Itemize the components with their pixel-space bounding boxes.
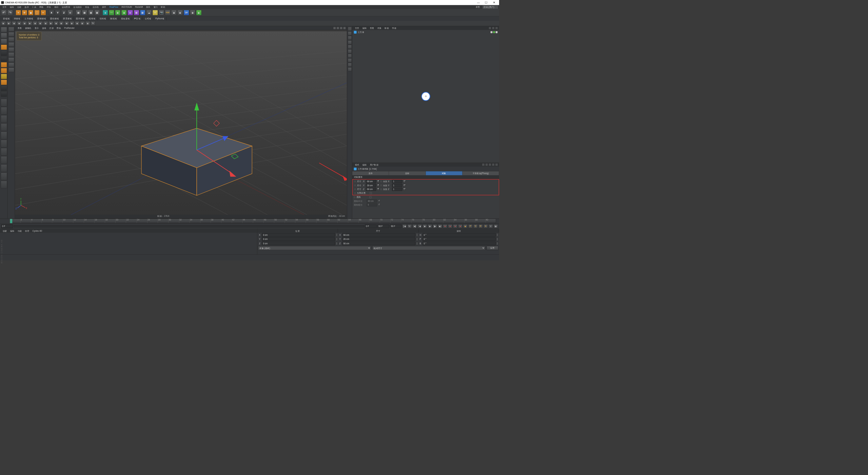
field-sphere[interactable]: 球体域: [12, 17, 22, 20]
t3-18[interactable]: fx: [91, 21, 95, 25]
material-manager[interactable]: 创建 编辑 功能 纹理 Cycles 4D: [0, 229, 257, 254]
lp-tex11[interactable]: [1, 180, 7, 188]
t3-5[interactable]: ◉: [22, 21, 27, 25]
tl-opt2[interactable]: ▦: [494, 224, 498, 228]
render-view[interactable]: ▦: [76, 10, 81, 15]
apply-button[interactable]: 应用: [487, 246, 498, 250]
spinner-seg-y[interactable]: ▴▾: [403, 184, 406, 187]
vpm-camera[interactable]: 摄像机: [23, 26, 33, 30]
menu-pipeline[interactable]: 流水线: [91, 5, 100, 9]
anim-dot-segx[interactable]: [380, 180, 382, 182]
menu-character[interactable]: 角色: [83, 5, 91, 9]
field-radial[interactable]: 径向域: [98, 17, 108, 20]
vpm-view[interactable]: 查看: [16, 26, 23, 30]
menu-script[interactable]: 脚本: [144, 5, 152, 9]
add-generator[interactable]: ◉: [115, 10, 120, 15]
input-size-z[interactable]: [366, 188, 376, 191]
frame-total-input[interactable]: [390, 225, 402, 228]
object-manager[interactable]: 立方体 ✦: [352, 30, 499, 163]
field-group[interactable]: 群组域: [1, 17, 12, 20]
t3-10[interactable]: ◉: [48, 21, 53, 25]
x-axis-lock[interactable]: X: [49, 10, 54, 15]
add-light[interactable]: ☀: [153, 10, 158, 15]
menu-create[interactable]: 创建: [16, 5, 23, 9]
lp-tex10[interactable]: [1, 172, 7, 180]
t3-17[interactable]: ◉: [85, 21, 90, 25]
size-x[interactable]: [342, 233, 415, 236]
mode-select[interactable]: [8, 32, 14, 37]
pos-z[interactable]: [262, 242, 335, 245]
menu-help[interactable]: 帮助: [159, 5, 167, 9]
mm-function[interactable]: 功能: [16, 229, 23, 233]
object-row-cube[interactable]: 立方体: [352, 30, 499, 34]
lp-8[interactable]: [1, 74, 7, 79]
rvp-7[interactable]: [348, 54, 352, 58]
coord-mode-dropdown[interactable]: 对象 (相对): [258, 246, 371, 250]
viewport-3d[interactable]: Y X Z Number of emitters: 0 Total live p…: [15, 30, 347, 218]
layout-dropdown[interactable]: 启动 (用户): [482, 5, 498, 9]
om-object[interactable]: 对象: [376, 26, 383, 30]
spn-rh[interactable]: [496, 233, 498, 236]
lp-3[interactable]: [1, 44, 7, 50]
rvp-8[interactable]: [348, 58, 352, 62]
input-size-x[interactable]: [366, 180, 376, 183]
field-random[interactable]: 随机域: [108, 17, 119, 20]
mode-e[interactable]: [8, 62, 14, 67]
spn-sx[interactable]: [416, 233, 418, 236]
om-edit[interactable]: 编辑: [361, 26, 368, 30]
render-pv[interactable]: ▦: [88, 10, 94, 15]
lp-1[interactable]: [1, 33, 7, 38]
mm-edit[interactable]: 编辑: [8, 229, 16, 233]
timeline-playhead[interactable]: [10, 219, 12, 223]
tool-a[interactable]: ◉: [171, 10, 177, 15]
rvp-2[interactable]: [348, 32, 352, 36]
add-environment[interactable]: ☁: [146, 10, 152, 15]
pos-y[interactable]: [262, 238, 335, 241]
om-tags[interactable]: 标签: [383, 26, 391, 30]
spn-rp[interactable]: [496, 238, 498, 241]
menu-mesh[interactable]: 网格: [38, 5, 45, 9]
menu-redshift[interactable]: Redshift: [134, 5, 144, 8]
t3-13[interactable]: ◉: [64, 21, 69, 25]
menu-volume[interactable]: 体积: [53, 5, 60, 9]
keyframe-sel-button[interactable]: ◆: [463, 224, 468, 228]
om-file[interactable]: 文件: [353, 26, 361, 30]
key-pos-button[interactable]: ●: [453, 224, 457, 228]
spinner-size-y[interactable]: ▴▾: [377, 184, 379, 187]
field-cube[interactable]: 立方体域: [23, 17, 35, 20]
add-array[interactable]: ▦: [134, 10, 139, 15]
am-edit[interactable]: 编辑: [361, 163, 368, 167]
t3-11[interactable]: ◉: [54, 21, 59, 25]
spinner-size-x[interactable]: ▴▾: [377, 180, 379, 183]
lp-10[interactable]: [1, 86, 7, 91]
size-mode-dropdown[interactable]: 绝对尺寸: [372, 246, 485, 250]
field-linear[interactable]: 线性域: [87, 17, 97, 20]
tool-qr[interactable]: QR: [184, 10, 189, 15]
add-cube[interactable]: ◈: [102, 10, 108, 15]
menu-tracking[interactable]: 运动跟踪: [72, 5, 84, 9]
spn-pz[interactable]: [336, 242, 338, 245]
field-torus[interactable]: 圆环体域: [74, 17, 87, 20]
key-rot-button[interactable]: ●: [458, 224, 462, 228]
goto-start-button[interactable]: |◀: [402, 224, 407, 228]
rot-p[interactable]: [423, 238, 496, 241]
add-spline[interactable]: 〰: [109, 10, 114, 15]
t3-7[interactable]: ◉: [33, 21, 38, 25]
undo-button[interactable]: ↶: [1, 10, 6, 15]
vpm-display[interactable]: 显示: [33, 26, 40, 30]
rvp-5[interactable]: [348, 45, 352, 49]
add-mograph[interactable]: ▦: [140, 10, 145, 15]
t3-2[interactable]: ◉: [6, 21, 11, 25]
t3-8[interactable]: ◉: [38, 21, 43, 25]
am-fwd-icon[interactable]: [485, 163, 488, 166]
tl-opt1[interactable]: ≡: [489, 224, 493, 228]
input-seg-x[interactable]: [392, 180, 402, 183]
anim-dot-segy[interactable]: [380, 185, 382, 186]
rvp-6[interactable]: [348, 49, 352, 53]
tool-b[interactable]: ◉: [177, 10, 183, 15]
last-tool[interactable]: ✦: [41, 10, 46, 15]
input-seg-z[interactable]: [392, 188, 402, 191]
spn-sz[interactable]: [416, 242, 418, 245]
vpm-filter[interactable]: 过滤: [48, 26, 55, 30]
mm-create[interactable]: 创建: [1, 229, 8, 233]
